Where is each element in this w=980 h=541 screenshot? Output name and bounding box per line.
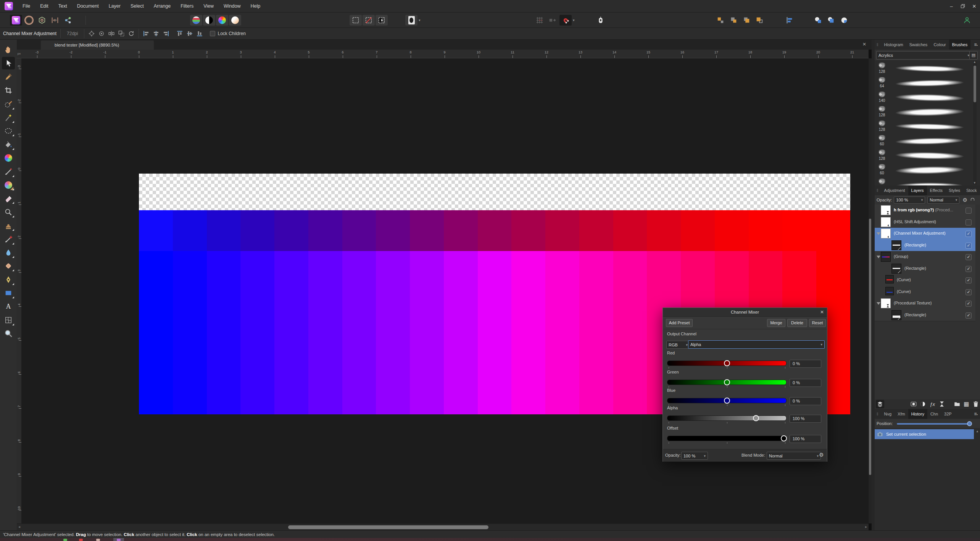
selection-brush-tool[interactable] [4, 100, 13, 108]
brush-item[interactable]: 60 [875, 134, 972, 148]
horizontal-scrollbar[interactable]: ◂ ▸ [17, 523, 869, 531]
layer-visibility-checkbox[interactable]: ✓ [965, 254, 972, 260]
offset-value-field[interactable]: 100 % [790, 435, 821, 443]
green-slider-track[interactable] [667, 380, 787, 385]
enable-transform-origin-icon[interactable] [97, 29, 106, 38]
menu-help[interactable]: Help [246, 0, 266, 12]
layer-row[interactable]: (Curve)✓ [875, 286, 975, 298]
mesh-warp-tool[interactable] [4, 316, 13, 324]
brush-list-scrollbar[interactable]: ▲ ▼ [973, 61, 977, 185]
transform-objects-separately-icon[interactable] [116, 29, 126, 38]
minimize-button[interactable]: – [946, 0, 957, 12]
tab-stock[interactable]: Stock [963, 185, 980, 195]
scroll-up-icon[interactable]: ▲ [976, 430, 979, 433]
tab-colour[interactable]: Colour [930, 40, 949, 50]
align-center-icon[interactable] [151, 29, 161, 38]
taskbar-app-icon[interactable] [96, 539, 100, 541]
delete-layer-icon[interactable] [972, 400, 980, 408]
geometry-add-button[interactable] [812, 15, 824, 26]
account-person-button[interactable] [961, 15, 973, 26]
green-slider-knob[interactable] [724, 379, 730, 385]
menu-edit[interactable]: Edit [35, 0, 53, 12]
selection-edge-button[interactable] [376, 15, 388, 26]
group-folder-icon[interactable] [953, 400, 961, 408]
offset-slider-knob[interactable] [781, 435, 787, 441]
colour-picker-tool[interactable] [4, 73, 13, 81]
auto-levels-button[interactable] [190, 15, 202, 26]
geometry-intersect-button[interactable] [825, 15, 837, 26]
mask-preview-button[interactable] [405, 15, 417, 26]
adjustment-layer-icon[interactable] [919, 400, 927, 408]
layer-stack-icon[interactable] [876, 400, 884, 408]
taskbar-app-icon[interactable] [117, 539, 121, 541]
blue-slider-knob[interactable] [724, 398, 730, 404]
lock-children-checkbox[interactable] [210, 31, 215, 36]
arrange-front-button[interactable] [753, 15, 766, 26]
layer-visibility-checkbox[interactable]: ✓ [965, 277, 972, 283]
mask-layer-icon[interactable] [909, 400, 918, 408]
transform-origin-icon[interactable] [87, 29, 97, 38]
tone-mapping-persona-button[interactable] [49, 15, 61, 26]
align-left-icon[interactable] [141, 29, 151, 38]
chevron-down-icon[interactable]: ▾ [573, 18, 575, 22]
vertical-scrollbar-thumb[interactable] [869, 219, 871, 475]
layer-visibility-checkbox[interactable]: ✓ [965, 231, 972, 237]
layer-row[interactable]: h from rgb (wrong?) (Proced... [875, 204, 975, 217]
layer-row[interactable]: ◐(Channel Mixer Adjustment)✓ [875, 228, 975, 240]
layer-blend-mode-select[interactable]: Normal▾ [927, 196, 959, 204]
layer-settings-gear-icon[interactable]: ⚙ [962, 197, 967, 203]
layer-expand-icon[interactable] [877, 256, 880, 258]
view-close-icon[interactable]: ✕ [862, 42, 866, 47]
menu-document[interactable]: Document [72, 0, 104, 12]
layer-row[interactable]: (Curve)✓ [875, 274, 975, 287]
geometry-divide-button[interactable] [838, 15, 850, 26]
menu-text[interactable]: Text [53, 0, 72, 12]
layer-visibility-checkbox[interactable]: ✓ [965, 266, 972, 272]
snapping-magnet-button[interactable] [559, 15, 572, 26]
alpha-value-field[interactable]: 100 % [790, 415, 821, 423]
add-preset-button[interactable]: Add Preset [666, 319, 693, 327]
blur-brush-tool[interactable] [4, 248, 13, 257]
taskbar-app-icon[interactable] [79, 539, 83, 541]
layer-visibility-checkbox[interactable]: ✓ [965, 243, 972, 249]
brush-item[interactable]: 128 [875, 148, 972, 163]
panel-menu-icon[interactable]: ≡▪ [974, 411, 978, 417]
grid-button[interactable] [534, 15, 546, 26]
history-item[interactable]: Set current selection [875, 429, 974, 439]
brush-item[interactable]: 128 [875, 119, 972, 134]
brush-list-options-button[interactable]: ▤ [969, 51, 978, 60]
chevron-down-icon[interactable]: ▾ [419, 18, 421, 22]
develop-persona-button[interactable] [36, 15, 48, 26]
align-middle-icon[interactable] [185, 29, 195, 38]
tab-adjustment[interactable]: Adjustment [881, 185, 908, 195]
colour-replacement-brush-tool[interactable] [4, 181, 13, 189]
layer-row[interactable]: (Procedural Texture)✓ [875, 298, 975, 310]
dodge-brush-tool[interactable] [4, 208, 13, 216]
document-tab[interactable]: blend tester [Modified] (8890.5%) [41, 40, 154, 50]
blue-value-field[interactable]: 0 % [790, 397, 821, 405]
panel-divider[interactable] [872, 40, 875, 530]
alpha-slider-track[interactable] [667, 415, 787, 421]
menu-filters[interactable]: Filters [176, 0, 198, 12]
offset-slider-track[interactable] [667, 436, 787, 441]
move-tool[interactable] [4, 59, 13, 68]
brush-category-select[interactable]: Acrylics ▾ [876, 51, 972, 60]
restore-button[interactable] [957, 0, 969, 12]
taskbar-app-icon[interactable] [63, 539, 67, 541]
menu-layer[interactable]: Layer [104, 0, 126, 12]
flood-fill-tool[interactable] [4, 140, 13, 149]
alpha-slider-knob[interactable] [753, 415, 759, 421]
layer-visibility-checkbox[interactable]: ✓ [965, 312, 972, 319]
menu-window[interactable]: Window [219, 0, 245, 12]
brush-item[interactable]: 140 [875, 90, 972, 105]
layer-visibility-checkbox[interactable]: ✓ [965, 301, 972, 307]
blue-slider-track[interactable] [667, 398, 787, 403]
layer-expand-icon[interactable] [877, 302, 880, 305]
pen-tool[interactable] [4, 275, 13, 284]
brush-item[interactable] [875, 177, 972, 185]
output-channel-select[interactable]: Alpha▾ [688, 340, 825, 349]
selection-marquee-button[interactable] [350, 15, 362, 26]
layer-visibility-checkbox[interactable] [965, 219, 972, 225]
red-slider-track[interactable] [667, 361, 787, 366]
align-top-icon[interactable] [175, 29, 185, 38]
